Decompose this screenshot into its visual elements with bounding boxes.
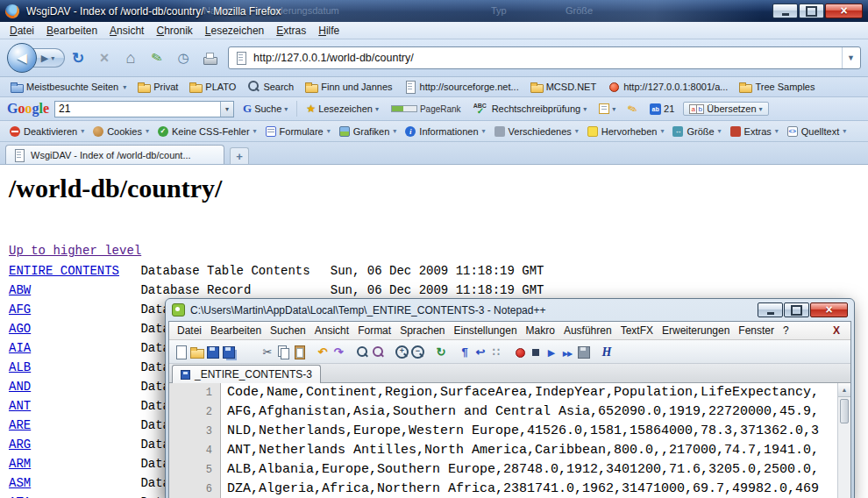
undo-icon[interactable] [315,345,331,359]
tab-entire-contents[interactable]: _ENTIRE_CONTENTS-3 [172,365,321,383]
menu-item[interactable]: Einstellungen [450,324,522,338]
line-text[interactable]: Code,Name,Continent,Region,SurfaceArea,I… [220,383,850,402]
line-text[interactable]: NLD,Netherlands,Europe,Western Europe,41… [220,422,850,441]
save-icon[interactable] [204,345,220,359]
menu-item[interactable]: Datei [4,23,40,39]
menu-item[interactable]: Hilfe [312,23,345,39]
menu-item[interactable]: Ausführen [559,324,616,338]
refresh-icon[interactable] [433,345,449,359]
redo-icon[interactable] [331,345,346,359]
url-bar[interactable]: http://127.0.0.1/world-db/country/ ▼ [228,46,861,69]
print-button[interactable] [196,46,223,70]
url-input[interactable]: http://127.0.0.1/world-db/country/ [253,52,836,64]
translate-button[interactable]: abÜbersetzen▾ [683,102,768,116]
google-search-button[interactable]: GSuche▾ [239,100,291,117]
bookmark-plato[interactable]: PLATO [184,79,240,95]
menu-item[interactable]: Lesezeichen [199,23,270,39]
menu-item[interactable]: Ansicht [310,324,353,338]
google-search-input[interactable]: 21 [55,103,220,115]
back-forward-dropdown-icon[interactable]: ▾ [51,54,54,62]
line-text[interactable]: DZA,Algeria,Africa,Northern Africa,23817… [220,480,850,498]
menu-item[interactable]: Extras [270,23,312,39]
autofill-button[interactable]: ▾ [595,102,619,116]
webdev-css[interactable]: Keine CSS-Fehler [153,125,261,139]
history-clock-button[interactable]: ◷ [170,46,196,70]
webdev-cookies[interactable]: Cookies [89,125,153,139]
listing-link[interactable]: ARE [9,418,31,432]
minimize-button[interactable] [772,4,798,18]
menu-item[interactable]: Fenster [734,324,779,338]
line-text[interactable]: ANT,Netherlands Antilles,North America,C… [220,441,850,460]
save-all-icon[interactable] [220,345,236,359]
match-count-badge[interactable]: 21 [646,102,678,117]
maximize-button[interactable] [799,4,824,18]
listing-link[interactable]: ALB [9,360,31,374]
listing-link[interactable]: ENTIRE CONTENTS [9,264,119,278]
record-macro-icon[interactable] [512,345,528,359]
firefox-titlebar[interactable]: WsgiDAV - Index of /world-db/country/ - … [0,0,868,22]
print-icon[interactable] [236,345,252,359]
copy-icon[interactable] [275,345,291,359]
spellcheck-button[interactable]: Rechtschreibprüfung▾ [470,101,591,117]
stop-button[interactable]: × [91,46,117,70]
google-bookmarks-button[interactable]: ★Lesezeichen▾ [302,101,382,117]
zoom-in-icon[interactable] [394,345,409,359]
menu-item[interactable]: TextFX [616,324,658,338]
menu-item[interactable]: Chronik [150,23,198,39]
line-text[interactable]: ALB,Albania,Europe,Southern Europe,28748… [220,460,850,480]
line-text[interactable]: AFG,Afghanistan,Asia,Southern and Centra… [220,402,850,422]
google-search-dropdown-icon[interactable]: ▾ [220,102,233,117]
run-macro-multiple-icon[interactable] [559,345,575,359]
webdev-images[interactable]: Grafiken [335,125,402,139]
listing-link[interactable]: AGO [9,322,31,336]
bookmark-finn-und-jannes[interactable]: Finn und Jannes [300,79,396,95]
menu-item[interactable]: Datei [173,324,206,338]
stop-macro-icon[interactable] [528,345,544,359]
paste-icon[interactable] [291,345,307,359]
word-wrap-icon[interactable] [473,345,488,359]
menu-item[interactable]: Bearbeiten [206,324,266,338]
close-button[interactable] [825,4,863,18]
webdev-disable[interactable]: Deaktivieren [5,125,89,139]
minimize-button[interactable] [758,302,783,317]
listing-link[interactable]: ARG [9,438,31,452]
save-macro-icon[interactable] [575,345,591,359]
url-dropdown-icon[interactable]: ▼ [842,47,855,68]
listing-link[interactable]: ASM [9,476,31,490]
menu-item[interactable]: Erweiterungen [658,324,734,338]
bookmark-tree-samples[interactable]: Tree Samples [734,79,819,95]
listing-link[interactable]: AIA [9,341,31,355]
find-icon[interactable] [354,345,370,359]
view-html-icon[interactable] [599,345,615,359]
bookmark-mcsd-net[interactable]: MCSD.NET [525,79,601,95]
up-to-higher-level-link[interactable]: Up to higher level [9,244,141,258]
listing-link[interactable]: ABW [9,283,31,297]
bookmark-most-visited[interactable]: Meistbesuchte Seiten [5,79,131,95]
quill-addon-button[interactable]: ✎ [141,43,173,74]
menu-item[interactable]: Format [353,324,395,338]
google-search-box[interactable]: 21 ▾ [54,101,234,117]
menu-item[interactable]: Suchen [266,324,310,338]
indent-guide-icon[interactable] [488,345,504,359]
tab-wsgidav-index[interactable]: WsgiDAV - Index of /world-db/count... [5,145,224,165]
home-button[interactable]: ⌂ [117,46,144,70]
webdev-outline[interactable]: Hervorheben [583,125,669,139]
listing-link[interactable]: ARM [9,457,31,471]
listing-link[interactable]: ANT [9,399,31,413]
close-button[interactable] [810,302,848,317]
listing-link[interactable]: AND [9,380,31,394]
bookmark-privat[interactable]: Privat [132,79,182,95]
notepadpp-titlebar[interactable]: C:\Users\Martin\AppData\Local\Temp\_ENTI… [168,299,851,321]
zoom-out-icon[interactable] [409,345,425,359]
editor-area[interactable]: 1 Code,Name,Continent,Region,SurfaceArea… [169,383,850,498]
highlighter-button[interactable]: ✎ [624,101,641,117]
bookmark-127-0-0-1-8001[interactable]: http://127.0.0.1:8001/a... [602,79,732,95]
reload-button[interactable]: ↻ [65,46,91,70]
new-tab-button[interactable]: + [230,147,249,165]
menu-item[interactable]: ? [779,324,793,338]
document-close-button[interactable]: X [833,324,847,337]
webdev-forms[interactable]: Formulare [261,125,335,139]
webdev-miscellaneous[interactable]: Verschiedenes [490,125,583,139]
listing-link[interactable]: AFG [9,302,31,317]
webdev-tools[interactable]: Extras [726,125,783,139]
